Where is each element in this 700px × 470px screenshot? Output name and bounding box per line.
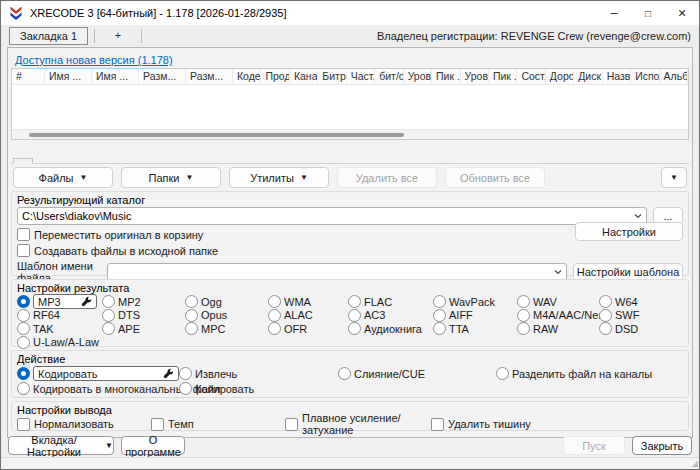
create-in-source-checkbox[interactable]: Создавать файлы в исходной папке: [17, 244, 218, 257]
column-header[interactable]: Альб...: [660, 69, 688, 84]
codec-label: APE: [118, 323, 140, 335]
action-option[interactable]: Разделить файл на каналы: [496, 367, 683, 380]
toolbar-button[interactable]: Файлы ▼: [13, 167, 113, 188]
close-window-button[interactable]: ×: [665, 1, 699, 25]
close-button[interactable]: Закрыть: [632, 436, 692, 455]
column-header[interactable]: Пик ...: [432, 69, 460, 84]
column-header[interactable]: Испо...: [631, 69, 659, 84]
codec-option[interactable]: Аудиокнига: [348, 322, 433, 335]
codec-option[interactable]: Ogg: [185, 295, 268, 308]
tab-settings-button[interactable]: Вкладка/Настройки ▼: [8, 436, 114, 455]
column-header[interactable]: бит/с: [375, 69, 403, 84]
about-button[interactable]: О программе: [121, 436, 185, 455]
codec-option[interactable]: FLAC: [348, 295, 433, 308]
column-header[interactable]: Диск: [574, 69, 602, 84]
column-header[interactable]: Битр...: [318, 69, 346, 84]
update-link[interactable]: Доступна новая версия (1.178): [15, 54, 173, 66]
column-header[interactable]: Прод...: [261, 69, 289, 84]
chevron-down-icon[interactable]: [630, 211, 646, 221]
toolbar-button[interactable]: Утилиты ▼: [229, 167, 329, 188]
column-header[interactable]: Имя ...: [45, 69, 92, 84]
chevron-down-icon[interactable]: [550, 267, 566, 277]
horizontal-scrollbar[interactable]: [12, 129, 688, 139]
column-header[interactable]: Разм...: [139, 69, 186, 84]
column-header[interactable]: Сост...: [517, 69, 545, 84]
add-tab-button[interactable]: +: [101, 27, 135, 45]
wrench-icon[interactable]: [163, 368, 174, 379]
main-panel: Доступна новая версия (1.178) #Имя ...Им…: [7, 47, 693, 438]
column-header[interactable]: Кана...: [290, 69, 318, 84]
codec-option[interactable]: TAK: [17, 322, 102, 335]
codec-option[interactable]: DTS: [102, 309, 185, 322]
output-setting-checkbox[interactable]: Плавное усиление/затухание: [285, 412, 431, 436]
codec-option[interactable]: OFR: [268, 322, 348, 335]
codec-label: DSD: [615, 323, 638, 335]
codec-label: RF64: [33, 309, 60, 321]
codec-option[interactable]: ALAC: [268, 309, 348, 322]
codec-option[interactable]: AIFF: [433, 309, 517, 322]
codec-option[interactable]: RAW: [517, 322, 599, 335]
wrench-icon[interactable]: [81, 296, 92, 307]
codec-option[interactable]: U-Law/A-Law: [17, 336, 102, 349]
action-option[interactable]: Извлечь: [179, 367, 338, 380]
codec-option[interactable]: M4A/AAC/Nero: [517, 309, 599, 322]
output-setting-checkbox[interactable]: Удалить тишину: [431, 418, 683, 431]
scrollbar-thumb[interactable]: [29, 133, 404, 137]
column-header[interactable]: Пик ...: [489, 69, 517, 84]
codec-option[interactable]: DSD: [599, 322, 683, 335]
action-option[interactable]: Кодировать в многоканальный файл: [17, 382, 179, 395]
codec-option[interactable]: MP3: [17, 294, 102, 309]
checkbox-icon: [17, 418, 30, 431]
column-header[interactable]: Уров...: [404, 69, 432, 84]
codec-option[interactable]: APE: [102, 322, 185, 335]
panel-tab[interactable]: [51, 159, 69, 163]
codec-option[interactable]: WavPack: [433, 295, 517, 308]
codec-option[interactable]: TTA: [433, 322, 517, 335]
dropdown-arrow-icon: ▼: [300, 173, 308, 182]
tab-bookmark-1[interactable]: Закладка 1: [9, 27, 88, 45]
start-button[interactable]: Пуск: [563, 436, 625, 455]
codec-option[interactable]: WAV: [517, 295, 599, 308]
toolbar-button-label: Обновить все: [460, 172, 530, 184]
output-dir-combo[interactable]: [17, 207, 647, 225]
toolbar-button[interactable]: Обновить все ▼: [445, 167, 545, 188]
output-dir-input[interactable]: [18, 210, 630, 222]
column-header[interactable]: #: [12, 69, 45, 84]
panel-tab[interactable]: [33, 159, 51, 163]
radio-icon: [17, 322, 30, 335]
column-header[interactable]: Доро...: [546, 69, 574, 84]
action-option[interactable]: Копировать: [179, 382, 338, 395]
codec-option[interactable]: WMA: [268, 295, 348, 308]
codec-option[interactable]: MPC: [185, 322, 268, 335]
move-to-trash-checkbox[interactable]: Переместить оригинал в корзину: [17, 228, 203, 241]
column-header[interactable]: Кодек: [233, 69, 261, 84]
file-table-body[interactable]: [12, 85, 688, 129]
codec-option[interactable]: RF64: [17, 309, 102, 322]
column-header[interactable]: Част...: [347, 69, 375, 84]
column-header[interactable]: Уров...: [461, 69, 489, 84]
radio-icon: [348, 295, 361, 308]
column-header[interactable]: Назв...: [603, 69, 631, 84]
column-header[interactable]: Разм...: [186, 69, 233, 84]
codec-option[interactable]: MP2: [102, 295, 185, 308]
toolbar-button[interactable]: Папки ▼: [121, 167, 221, 188]
toolbar-button[interactable]: Удалить все ▼: [337, 167, 437, 188]
output-setting-checkbox[interactable]: Нормализовать: [17, 418, 151, 431]
codec-option[interactable]: W64: [599, 295, 683, 308]
settings-button[interactable]: Настройки: [575, 222, 683, 241]
codec-label: Opus: [201, 309, 227, 321]
minimize-button[interactable]: –: [597, 1, 631, 25]
codec-option[interactable]: SWF: [599, 309, 683, 322]
more-options-button[interactable]: ▼: [661, 167, 687, 188]
resize-grip-icon[interactable]: ◢: [692, 459, 698, 469]
template-input[interactable]: [108, 266, 550, 278]
panel-tab[interactable]: [13, 158, 33, 164]
codec-option[interactable]: Opus: [185, 309, 268, 322]
codec-option[interactable]: AC3: [348, 309, 433, 322]
output-setting-label: Удалить тишину: [448, 418, 531, 430]
maximize-button[interactable]: □: [631, 1, 665, 25]
action-option[interactable]: Кодировать: [17, 366, 179, 381]
action-option[interactable]: Слияние/CUE: [338, 367, 496, 380]
column-header[interactable]: Имя ...: [92, 69, 139, 84]
output-setting-checkbox[interactable]: Темп: [151, 418, 285, 431]
